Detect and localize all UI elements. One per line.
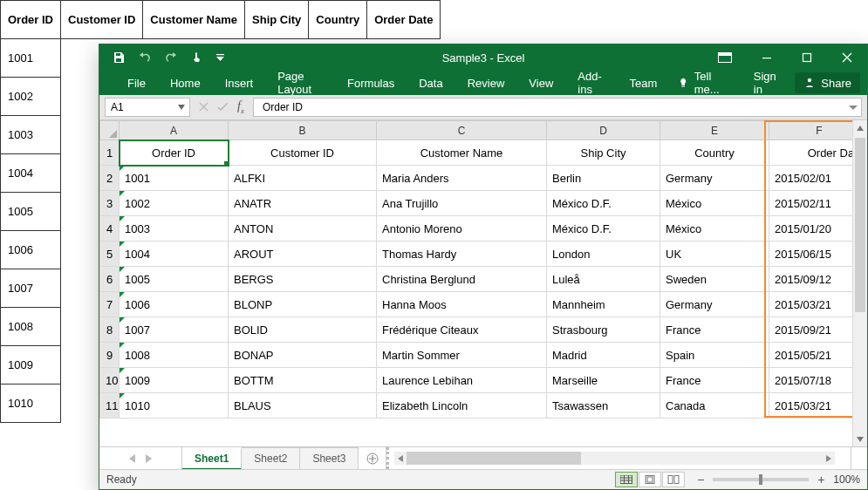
cell[interactable]: Hanna Moos <box>377 292 547 317</box>
name-box[interactable]: A1 <box>105 98 190 117</box>
sheet-nav-buttons[interactable] <box>99 447 182 469</box>
redo-icon[interactable] <box>164 51 178 65</box>
cell[interactable]: UK <box>660 242 769 267</box>
ribbon-tab-formulas[interactable]: Formulas <box>335 71 407 95</box>
sheet-nav-next-icon[interactable] <box>146 454 152 463</box>
cell[interactable]: 1006 <box>120 292 229 317</box>
page-break-view-button[interactable] <box>662 472 685 487</box>
cell[interactable]: 1002 <box>120 191 229 216</box>
scroll-left-icon[interactable] <box>394 452 407 465</box>
cell[interactable]: 1007 <box>120 317 229 343</box>
page-layout-view-button[interactable] <box>639 472 661 487</box>
row-header[interactable]: 4 <box>100 216 120 242</box>
cell[interactable]: México <box>660 191 769 216</box>
cell[interactable]: México D.F. <box>547 216 660 242</box>
row-header[interactable]: 5 <box>100 242 120 267</box>
zoom-slider-knob[interactable] <box>759 474 762 485</box>
cell[interactable]: France <box>660 368 769 393</box>
ribbon-tab-team[interactable]: Team <box>618 71 670 95</box>
cell[interactable]: ALFKI <box>229 166 377 191</box>
cell[interactable]: Ship City <box>547 140 660 166</box>
touch-mode-icon[interactable] <box>190 51 204 65</box>
cell[interactable]: London <box>547 242 660 267</box>
cell[interactable]: Marseille <box>547 368 660 393</box>
cell[interactable]: Ana Trujillo <box>377 191 547 216</box>
save-icon[interactable] <box>112 51 126 65</box>
worksheet-grid[interactable]: ABCDEF 1Order IDCustomer IDCustomer Name… <box>99 120 867 446</box>
minimize-button[interactable] <box>747 44 787 71</box>
cell[interactable]: Luleå <box>547 267 660 292</box>
cell[interactable]: BOTTM <box>229 368 377 393</box>
zoom-in-button[interactable]: + <box>816 473 826 487</box>
sheet-tab-sheet3[interactable]: Sheet3 <box>300 447 359 469</box>
cell[interactable]: France <box>660 317 769 343</box>
column-header-b[interactable]: B <box>229 121 377 140</box>
zoom-slider[interactable] <box>713 478 809 481</box>
cell[interactable]: México D.F. <box>547 191 660 216</box>
ribbon-tab-data[interactable]: Data <box>407 71 455 95</box>
cell[interactable]: Mannheim <box>547 292 660 317</box>
row-header[interactable]: 9 <box>100 343 120 368</box>
cell[interactable]: Customer ID <box>229 140 377 166</box>
cell[interactable]: Madrid <box>547 343 660 368</box>
vertical-scrollbar[interactable] <box>852 120 867 446</box>
insert-function-icon[interactable]: fx <box>237 99 244 115</box>
normal-view-button[interactable] <box>615 472 638 487</box>
new-sheet-button[interactable] <box>359 447 386 469</box>
scroll-up-icon[interactable] <box>853 120 867 135</box>
ribbon-tab-home[interactable]: Home <box>158 71 213 95</box>
cancel-formula-icon[interactable] <box>199 102 208 112</box>
ribbon-display-options-button[interactable] <box>705 44 745 71</box>
sheet-nav-prev-icon[interactable] <box>129 454 135 463</box>
enter-formula-icon[interactable] <box>217 102 229 112</box>
cell[interactable]: Strasbourg <box>547 317 660 343</box>
cell[interactable]: 1010 <box>120 393 229 419</box>
cell[interactable]: México <box>660 216 769 242</box>
row-header[interactable]: 1 <box>100 140 120 166</box>
scroll-right-icon[interactable] <box>823 452 835 465</box>
row-header[interactable]: 2 <box>100 166 120 191</box>
share-button[interactable]: Share <box>795 72 860 93</box>
ribbon-tab-file[interactable]: File <box>115 71 158 95</box>
cell[interactable]: Martin Sommer <box>377 343 547 368</box>
cell[interactable]: 1008 <box>120 343 229 368</box>
ribbon-tab-page-layout[interactable]: Page Layout <box>265 71 335 95</box>
select-all-corner[interactable] <box>100 121 120 140</box>
ribbon-tab-review[interactable]: Review <box>455 71 517 95</box>
cell[interactable]: 1001 <box>120 166 229 191</box>
cell[interactable]: ANTON <box>229 216 377 242</box>
cell[interactable]: Thomas Hardy <box>377 242 547 267</box>
cell[interactable]: BLONP <box>229 292 377 317</box>
name-box-dropdown-icon[interactable] <box>175 101 188 113</box>
cell[interactable]: Maria Anders <box>377 166 547 191</box>
formula-input[interactable]: Order ID <box>253 98 862 117</box>
sheet-tab-sheet1[interactable]: Sheet1 <box>182 447 242 470</box>
row-header[interactable]: 8 <box>100 317 120 343</box>
row-header[interactable]: 11 <box>100 393 120 419</box>
maximize-button[interactable] <box>787 44 827 71</box>
cell[interactable]: 1004 <box>120 242 229 267</box>
cell[interactable]: Tsawassen <box>547 393 660 419</box>
ribbon-tab-insert[interactable]: Insert <box>213 71 266 95</box>
row-header[interactable]: 7 <box>100 292 120 317</box>
sheet-tab-sheet2[interactable]: Sheet2 <box>242 447 300 469</box>
cell[interactable]: Spain <box>660 343 769 368</box>
cell[interactable]: AROUT <box>229 242 377 267</box>
sheet-bar-right-icon[interactable] <box>851 447 867 469</box>
horizontal-scrollbar[interactable] <box>394 452 835 465</box>
column-header-a[interactable]: A <box>120 121 229 140</box>
cell[interactable]: BOLID <box>229 317 377 343</box>
cell[interactable]: 1009 <box>120 368 229 393</box>
cell[interactable]: Antonio Moreno <box>377 216 547 242</box>
cell[interactable]: Laurence Lebihan <box>377 368 547 393</box>
column-header-c[interactable]: C <box>377 121 547 140</box>
cell[interactable]: Canada <box>660 393 769 419</box>
cell[interactable]: Frédérique Citeaux <box>377 317 547 343</box>
cell[interactable]: ANATR <box>229 191 377 216</box>
sign-in-link[interactable]: Sign in <box>743 70 796 96</box>
ribbon-tab-view[interactable]: View <box>516 71 565 95</box>
cell[interactable]: Country <box>660 140 769 166</box>
cell[interactable]: BLAUS <box>229 393 377 419</box>
cell[interactable]: Berlin <box>547 166 660 191</box>
cell[interactable]: 1003 <box>120 216 229 242</box>
